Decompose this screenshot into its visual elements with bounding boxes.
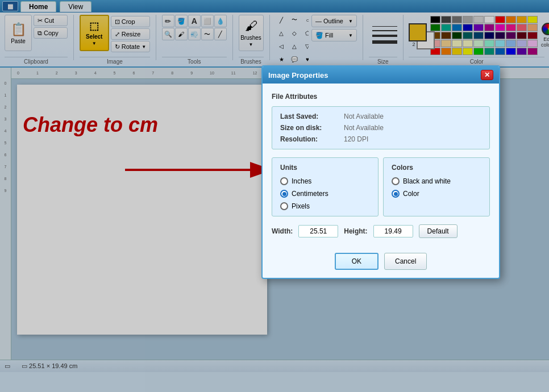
colors-header: Colors — [392, 164, 481, 172]
default-button[interactable]: Default — [419, 224, 458, 238]
file-attributes-header: File Attributes — [272, 93, 490, 101]
dialog-footer: OK Cancel — [263, 247, 499, 278]
dimensions-row: Width: Height: Default — [272, 224, 490, 238]
color-option[interactable]: Color — [392, 190, 481, 198]
file-attributes-section: Last Saved: Not Available Size on disk: … — [272, 106, 490, 149]
height-label: Height: — [344, 227, 367, 235]
pixels-radio[interactable] — [280, 202, 288, 210]
black-white-option[interactable]: Black and white — [392, 177, 481, 185]
units-header: Units — [280, 164, 370, 172]
units-section: Units Inches Centimeters Pixels — [272, 157, 379, 216]
color-radio[interactable] — [392, 190, 400, 198]
centimeters-radio[interactable] — [280, 190, 288, 198]
inches-radio[interactable] — [280, 177, 288, 185]
centimeters-option[interactable]: Centimeters — [280, 190, 370, 198]
black-white-radio[interactable] — [392, 177, 400, 185]
dialog-title: Image Properties — [268, 71, 328, 80]
modal-overlay: Image Properties ✕ File Attributes Last … — [0, 0, 549, 392]
resolution-label: Resolution: — [280, 135, 337, 143]
close-button[interactable]: ✕ — [481, 70, 493, 80]
inches-option[interactable]: Inches — [280, 177, 370, 185]
resolution-value: 120 DPI — [344, 135, 368, 143]
last-saved-label: Last Saved: — [280, 112, 337, 120]
pixels-option[interactable]: Pixels — [280, 202, 370, 210]
last-saved-value: Not Available — [344, 112, 384, 120]
image-properties-dialog: Image Properties ✕ File Attributes Last … — [261, 65, 500, 279]
width-input[interactable] — [298, 225, 338, 237]
size-on-disk-value: Not Available — [344, 124, 384, 132]
colors-section: Colors Black and white Color — [383, 157, 490, 216]
dialog-titlebar: Image Properties ✕ — [263, 66, 499, 84]
size-on-disk-label: Size on disk: — [280, 124, 337, 132]
cancel-button[interactable]: Cancel — [384, 253, 427, 270]
ok-button[interactable]: OK — [335, 253, 379, 270]
width-label: Width: — [272, 227, 293, 235]
height-input[interactable] — [373, 225, 413, 237]
